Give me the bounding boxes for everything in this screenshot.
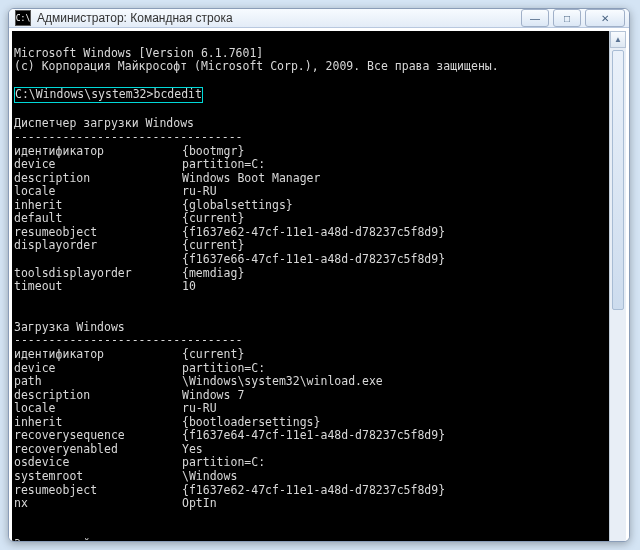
- kv-value: {current}: [182, 348, 244, 362]
- kv-key: default: [14, 212, 182, 226]
- kv-value: {f1637e66-47cf-11e1-a48d-d78237c5f8d9}: [182, 253, 445, 267]
- kv-value: OptIn: [182, 497, 217, 511]
- kv-value: partition=C:: [182, 158, 265, 172]
- cmd-icon: C:\: [15, 10, 31, 26]
- kv-key: device: [14, 158, 182, 172]
- kv-row: toolsdisplayorder{memdiag}: [14, 267, 607, 281]
- scroll-thumb[interactable]: [612, 50, 624, 310]
- section-boot-loader-title: Загрузка Windows: [14, 320, 125, 334]
- kv-value: {bootloadersettings}: [182, 416, 320, 430]
- window-frame: C:\ Администратор: Командная строка — □ …: [8, 8, 630, 542]
- kv-value: partition=C:: [182, 456, 265, 470]
- kv-key: nx: [14, 497, 182, 511]
- kv-row: devicepartition=C:: [14, 158, 607, 172]
- kv-row: descriptionWindows 7: [14, 389, 607, 403]
- kv-key: resumeobject: [14, 226, 182, 240]
- kv-row: default{current}: [14, 212, 607, 226]
- kv-row: идентификатор{bootmgr}: [14, 145, 607, 159]
- kv-key: [14, 253, 182, 267]
- kv-key: systemroot: [14, 470, 182, 484]
- kv-row: inherit{globalsettings}: [14, 199, 607, 213]
- kv-row: displayorder{current}: [14, 239, 607, 253]
- kv-value: ru-RU: [182, 402, 217, 416]
- kv-key: osdevice: [14, 456, 182, 470]
- kv-row: recoveryenabledYes: [14, 443, 607, 457]
- kv-value: \Windows: [182, 470, 237, 484]
- kv-row: inherit{bootloadersettings}: [14, 416, 607, 430]
- kv-key: description: [14, 389, 182, 403]
- kv-key: recoverysequence: [14, 429, 182, 443]
- kv-row: localeru-RU: [14, 402, 607, 416]
- kv-row: systemroot\Windows: [14, 470, 607, 484]
- maximize-button[interactable]: □: [553, 9, 581, 27]
- scroll-up-button[interactable]: ▲: [610, 31, 626, 48]
- kv-key: description: [14, 172, 182, 186]
- kv-value: Windows Boot Manager: [182, 172, 320, 186]
- kv-key: timeout: [14, 280, 182, 294]
- kv-row: recoverysequence{f1637e64-47cf-11e1-a48d…: [14, 429, 607, 443]
- titlebar[interactable]: C:\ Администратор: Командная строка — □ …: [9, 9, 629, 28]
- version-line: Microsoft Windows [Version 6.1.7601]: [14, 46, 263, 60]
- kv-key: device: [14, 362, 182, 376]
- kv-key: inherit: [14, 199, 182, 213]
- kv-value: {current}: [182, 239, 244, 253]
- kv-value: {current}: [182, 212, 244, 226]
- client-area: Microsoft Windows [Version 6.1.7601] (c)…: [9, 28, 629, 542]
- kv-key: toolsdisplayorder: [14, 267, 182, 281]
- copyright-line: (c) Корпорация Майкрософт (Microsoft Cor…: [14, 59, 499, 73]
- kv-value: ru-RU: [182, 185, 217, 199]
- kv-row: path\Windows\system32\winload.exe: [14, 375, 607, 389]
- kv-key: locale: [14, 185, 182, 199]
- window-controls: — □ ✕: [521, 9, 625, 27]
- section-boot-manager-title: Диспетчер загрузки Windows: [14, 116, 194, 130]
- kv-key: recoveryenabled: [14, 443, 182, 457]
- minimize-button[interactable]: —: [521, 9, 549, 27]
- kv-row: descriptionWindows Boot Manager: [14, 172, 607, 186]
- kv-value: partition=C:: [182, 362, 265, 376]
- command-prompt-highlighted: C:\Windows\system32>bcdedit: [14, 87, 203, 103]
- divider: ---------------------------------: [14, 130, 242, 144]
- kv-row: timeout10: [14, 280, 607, 294]
- divider: ---------------------------------: [14, 333, 242, 347]
- kv-key: displayorder: [14, 239, 182, 253]
- kv-row: resumeobject{f1637e62-47cf-11e1-a48d-d78…: [14, 226, 607, 240]
- close-button[interactable]: ✕: [585, 9, 625, 27]
- scroll-track[interactable]: [610, 48, 626, 542]
- kv-value: 10: [182, 280, 196, 294]
- kv-key: идентификатор: [14, 145, 182, 159]
- section-realmode-title: Загрузочный сектор реального режима: [14, 537, 256, 542]
- kv-value: Windows 7: [182, 389, 244, 403]
- kv-value: {globalsettings}: [182, 199, 293, 213]
- kv-value: Yes: [182, 443, 203, 457]
- section-boot-manager-rows: идентификатор{bootmgr}devicepartition=C:…: [14, 145, 607, 294]
- kv-key: inherit: [14, 416, 182, 430]
- kv-row: osdevicepartition=C:: [14, 456, 607, 470]
- kv-value: {f1637e62-47cf-11e1-a48d-d78237c5f8d9}: [182, 226, 445, 240]
- vertical-scrollbar[interactable]: ▲ ▼: [609, 31, 626, 542]
- kv-row: resumeobject{f1637e62-47cf-11e1-a48d-d78…: [14, 484, 607, 498]
- kv-row: devicepartition=C:: [14, 362, 607, 376]
- kv-row: nxOptIn: [14, 497, 607, 511]
- kv-row: идентификатор{current}: [14, 348, 607, 362]
- kv-row: localeru-RU: [14, 185, 607, 199]
- kv-key: path: [14, 375, 182, 389]
- kv-value: \Windows\system32\winload.exe: [182, 375, 383, 389]
- section-boot-loader-rows: идентификатор{current}devicepartition=C:…: [14, 348, 607, 511]
- kv-value: {f1637e62-47cf-11e1-a48d-d78237c5f8d9}: [182, 484, 445, 498]
- kv-row: {f1637e66-47cf-11e1-a48d-d78237c5f8d9}: [14, 253, 607, 267]
- kv-key: идентификатор: [14, 348, 182, 362]
- kv-key: locale: [14, 402, 182, 416]
- kv-value: {memdiag}: [182, 267, 244, 281]
- kv-value: {bootmgr}: [182, 145, 244, 159]
- terminal-output[interactable]: Microsoft Windows [Version 6.1.7601] (c)…: [12, 31, 609, 542]
- kv-value: {f1637e64-47cf-11e1-a48d-d78237c5f8d9}: [182, 429, 445, 443]
- kv-key: resumeobject: [14, 484, 182, 498]
- window-title: Администратор: Командная строка: [37, 11, 521, 25]
